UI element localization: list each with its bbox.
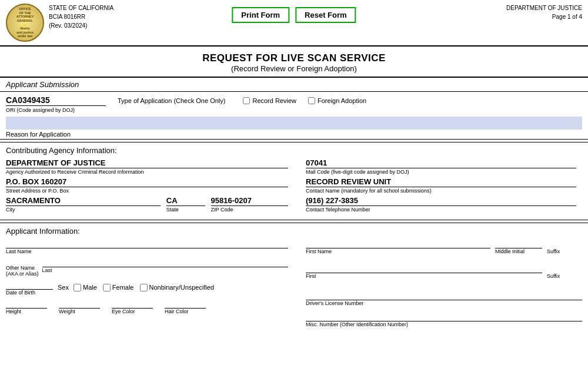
applicant-left-col: Last Name Other Name(AKA or Alias) Last … [6, 238, 288, 330]
street-value: P.O. BOX 160207 [6, 177, 288, 187]
dl-label: Driver's License Number [306, 300, 582, 306]
print-form-button[interactable]: Print Form [232, 7, 289, 23]
revision-date: (Rev. 03/2024) [49, 21, 113, 30]
type-of-application-label: Type of Application (Check One Only) [118, 97, 225, 104]
street-field: P.O. BOX 160207 Street Address or P.O. B… [6, 177, 288, 194]
application-type-checkboxes: Record Review Foreign Adoption [243, 97, 366, 104]
dob-field: Date of Birth [6, 279, 53, 296]
mail-code-value: 07041 [306, 158, 576, 168]
other-first-input[interactable] [306, 263, 542, 273]
height-label: Height [6, 309, 47, 314]
dept-name: DEPARTMENT OF JUSTICE [506, 4, 582, 12]
foreign-adoption-label: Foreign Adoption [318, 97, 366, 104]
contact-name-value: RECORD REVIEW UNIT [306, 177, 576, 187]
eye-color-input[interactable] [112, 298, 153, 309]
city-part: SACRAMENTO City [6, 196, 161, 213]
applicant-fields-grid: Last Name Other Name(AKA or Alias) Last … [0, 238, 588, 330]
foreign-adoption-option[interactable]: Foreign Adoption [308, 97, 366, 104]
misc-input[interactable] [306, 311, 582, 321]
city-value: SACRAMENTO [6, 196, 161, 206]
suffix-label: Suffix [547, 248, 560, 254]
dob-label: Date of Birth [6, 290, 53, 296]
record-review-option[interactable]: Record Review [243, 97, 296, 104]
other-name-label: Other Name(AKA or Alias) [6, 265, 39, 277]
other-last-name-input[interactable] [42, 257, 288, 267]
contributing-agency-section: Contributing Agency Information: DEPARTM… [0, 142, 588, 220]
middle-initial-input[interactable] [495, 238, 542, 248]
state-info: STATE OF CALIFORNIA BCIA 8016RR (Rev. 03… [49, 4, 113, 30]
agency-name-field: DEPARTMENT OF JUSTICE Agency Authorized … [6, 158, 288, 175]
record-review-label: Record Review [252, 97, 296, 104]
street-sublabel: Street Address or P.O. Box [6, 188, 288, 194]
state-sublabel: State [166, 207, 205, 213]
contact-name-field: RECORD REVIEW UNIT Contact Name (mandato… [306, 177, 576, 194]
phone-sublabel: Contact Telephone Number [306, 207, 576, 213]
form-number: BCIA 8016RR [49, 12, 113, 21]
state-value: CA [166, 196, 205, 206]
agency-name-sublabel: Agency Authorized to Receive Criminal Re… [6, 169, 288, 175]
hair-color-input[interactable] [165, 298, 206, 309]
last-name-input[interactable] [6, 238, 288, 248]
dept-info: DEPARTMENT OF JUSTICE Page 1 of 4 [506, 4, 582, 21]
weight-input[interactable] [59, 298, 100, 309]
zip-sublabel: ZIP Code [211, 207, 288, 213]
other-suffix-label: Suffix [547, 273, 560, 279]
misc-label: Misc. Number (Other Identification Numbe… [306, 321, 582, 327]
first-name-row: First Name Middle Initial Suffix [306, 238, 582, 254]
suffix-container: Suffix [547, 247, 582, 254]
physical-desc-row: Height Weight Eye Color Hair Color [6, 298, 288, 314]
last-name-label: Last Name [6, 248, 288, 254]
applicant-submission-section: Applicant Submission CA0349435 Type of A… [0, 78, 588, 142]
height-input[interactable] [6, 298, 47, 309]
agency-name-value: DEPARTMENT OF JUSTICE [6, 158, 288, 168]
middle-initial-label: Middle Initial [495, 248, 542, 254]
dl-field: Driver's License Number [306, 290, 582, 306]
nonbinary-checkbox[interactable] [140, 284, 148, 291]
foreign-adoption-checkbox[interactable] [308, 97, 315, 104]
record-review-checkbox[interactable] [243, 97, 250, 104]
applicant-info-header: Applicant Information: [0, 223, 588, 238]
phone-field: (916) 227-3835 Contact Telephone Number [306, 196, 576, 213]
other-last-label: Last [42, 267, 288, 273]
agency-grid: DEPARTMENT OF JUSTICE Agency Authorized … [0, 156, 588, 217]
middle-initial-container: Middle Initial [495, 238, 542, 254]
other-first-container: First [306, 263, 542, 279]
top-header: OFFICEOF THEATTORNEYGENERAL⭐libertyand j… [0, 0, 588, 47]
dl-input[interactable] [306, 290, 582, 300]
female-checkbox[interactable] [103, 284, 111, 291]
sex-label: Sex [58, 284, 69, 291]
weight-field: Weight [59, 298, 100, 314]
dob-input[interactable] [6, 279, 53, 290]
ori-value: CA0349435 [6, 95, 106, 106]
ori-sublabel: ORI (Code assigned by DOJ) [0, 107, 588, 115]
other-suffix-container: Suffix [547, 272, 582, 279]
other-name-inputs: Last [42, 257, 288, 273]
state-seal: OFFICEOF THEATTORNEYGENERAL⭐libertyand j… [6, 4, 44, 42]
female-option[interactable]: Female [103, 284, 134, 291]
city-sublabel: City [6, 207, 161, 213]
form-title: REQUEST FOR LIVE SCAN SERVICE (Record Re… [0, 47, 588, 78]
state-part: CA State [166, 196, 205, 213]
applicant-right-col: First Name Middle Initial Suffix F [300, 238, 582, 330]
agency-right-col: 07041 Mail Code (five-digit code assigne… [294, 156, 582, 217]
reason-input[interactable] [6, 117, 582, 130]
hair-color-field: Hair Color [165, 298, 206, 314]
hair-color-label: Hair Color [165, 309, 206, 314]
reset-form-button[interactable]: Reset Form [295, 7, 356, 23]
male-checkbox[interactable] [74, 284, 81, 291]
form-title-line2: (Record Review or Foreign Adoption) [0, 64, 588, 73]
nonbinary-option[interactable]: Nonbinary/Unspecified [140, 284, 215, 291]
ori-row: CA0349435 Type of Application (Check One… [0, 92, 588, 107]
first-name-input[interactable] [306, 238, 490, 248]
applicant-info-section: Applicant Information: Last Name Other N… [0, 223, 588, 330]
male-option[interactable]: Male [74, 284, 97, 291]
state-name: STATE OF CALIFORNIA [49, 4, 113, 12]
first-name-container: First Name [306, 238, 490, 254]
female-label: Female [112, 284, 134, 291]
zip-value: 95816-0207 [211, 196, 288, 206]
reason-input-field[interactable] [6, 117, 582, 130]
male-label: Male [83, 284, 97, 291]
applicant-submission-label: Applicant Submission [0, 78, 588, 92]
mail-code-field: 07041 Mail Code (five-digit code assigne… [306, 158, 576, 175]
contributing-agency-header: Contributing Agency Information: [0, 142, 588, 156]
